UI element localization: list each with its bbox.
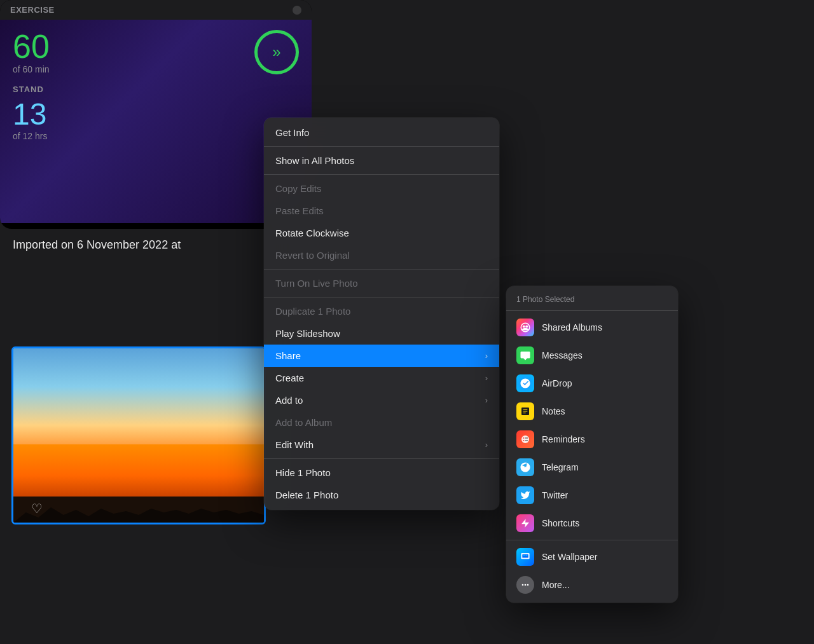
photo-sunset <box>13 444 264 497</box>
menu-item-hide-1-photo[interactable]: Hide 1 Photo <box>264 462 499 484</box>
stand-label: STAND <box>13 85 299 94</box>
submenu-item-set-wallpaper[interactable]: Set Wallpaper <box>506 543 678 571</box>
submenu-item-shortcuts[interactable]: Shortcuts <box>506 509 678 537</box>
menu-item-share[interactable]: Share › <box>264 345 499 367</box>
menu-item-edit-with[interactable]: Edit With › <box>264 434 499 456</box>
share-submenu: 1 Photo Selected Shared Albums Messages <box>506 286 678 603</box>
submenu-item-twitter[interactable]: Twitter <box>506 481 678 509</box>
menu-item-duplicate-1-photo: Duplicate 1 Photo <box>264 300 499 322</box>
telegram-icon <box>516 458 534 476</box>
submenu-item-airdrop[interactable]: AirDrop <box>506 369 678 397</box>
heart-icon[interactable]: ♡ <box>31 501 43 516</box>
svg-point-2 <box>525 325 528 328</box>
submenu-item-notes[interactable]: Notes <box>506 397 678 425</box>
svg-point-15 <box>525 584 527 586</box>
context-menu: Get Info Show in All Photos Copy Edits P… <box>264 118 499 510</box>
submenu-item-telegram[interactable]: Telegram <box>506 453 678 481</box>
svg-marker-12 <box>521 519 529 527</box>
stand-sub: of 12 hrs <box>13 131 299 141</box>
submenu-item-shared-albums[interactable]: Shared Albums <box>506 313 678 341</box>
menu-divider-2 <box>264 174 499 175</box>
svg-point-17 <box>527 584 529 586</box>
photo-trees <box>13 497 264 523</box>
more-icon <box>516 576 534 594</box>
submenu-item-messages[interactable]: Messages <box>506 341 678 369</box>
submenu-divider-top <box>506 310 678 311</box>
submenu-item-reminders[interactable]: Reminders <box>506 425 678 453</box>
exercise-sub: of 60 min <box>13 64 299 74</box>
imported-label: Imported on 6 November 2022 at <box>13 238 181 252</box>
stand-number: 13 <box>13 99 299 130</box>
photo-ground <box>13 497 264 523</box>
menu-item-delete-1-photo[interactable]: Delete 1 Photo <box>264 484 499 506</box>
messages-icon <box>516 346 534 364</box>
menu-item-add-to[interactable]: Add to › <box>264 389 499 411</box>
svg-point-1 <box>523 325 525 328</box>
reminders-icon <box>516 430 534 448</box>
menu-item-turn-on-live-photo: Turn On Live Photo <box>264 272 499 294</box>
create-chevron-icon: › <box>485 373 488 383</box>
set-wallpaper-icon <box>516 548 534 566</box>
svg-point-7 <box>521 435 529 443</box>
widget-title: EXERCISE <box>10 5 55 15</box>
menu-divider-4 <box>264 297 499 298</box>
widget-header: EXERCISE <box>0 0 312 20</box>
menu-item-show-in-all-photos[interactable]: Show in All Photos <box>264 149 499 172</box>
airdrop-icon <box>516 374 534 392</box>
svg-point-9 <box>523 440 524 441</box>
menu-divider-5 <box>264 458 499 459</box>
submenu-item-more[interactable]: More... <box>506 571 678 599</box>
menu-item-create[interactable]: Create › <box>264 367 499 389</box>
menu-divider-1 <box>264 146 499 147</box>
menu-item-paste-edits: Paste Edits <box>264 200 499 222</box>
menu-item-rotate-clockwise[interactable]: Rotate Clockwise <box>264 222 499 244</box>
menu-divider-3 <box>264 269 499 270</box>
share-chevron-icon: › <box>485 351 488 360</box>
twitter-icon <box>516 486 534 504</box>
notes-icon <box>516 402 534 420</box>
submenu-header: 1 Photo Selected <box>506 290 678 308</box>
menu-item-add-to-album: Add to Album <box>264 411 499 434</box>
photo-sky <box>13 348 264 444</box>
menu-item-copy-edits: Copy Edits <box>264 177 499 200</box>
svg-point-0 <box>521 323 530 332</box>
photo-thumbnail[interactable]: ♡ <box>11 346 266 524</box>
edit-with-chevron-icon: › <box>485 440 488 449</box>
exercise-ring-icon <box>254 30 299 74</box>
menu-item-play-slideshow[interactable]: Play Slideshow <box>264 322 499 345</box>
menu-item-get-info[interactable]: Get Info <box>264 121 499 144</box>
shortcuts-icon <box>516 514 534 532</box>
submenu-divider-bottom <box>506 540 678 540</box>
svg-point-8 <box>523 437 524 439</box>
shared-albums-icon <box>516 319 534 336</box>
svg-point-16 <box>522 584 524 586</box>
menu-item-revert-to-original: Revert to Original <box>264 244 499 266</box>
add-to-chevron-icon: › <box>485 395 488 405</box>
widget-close-indicator <box>293 6 301 15</box>
